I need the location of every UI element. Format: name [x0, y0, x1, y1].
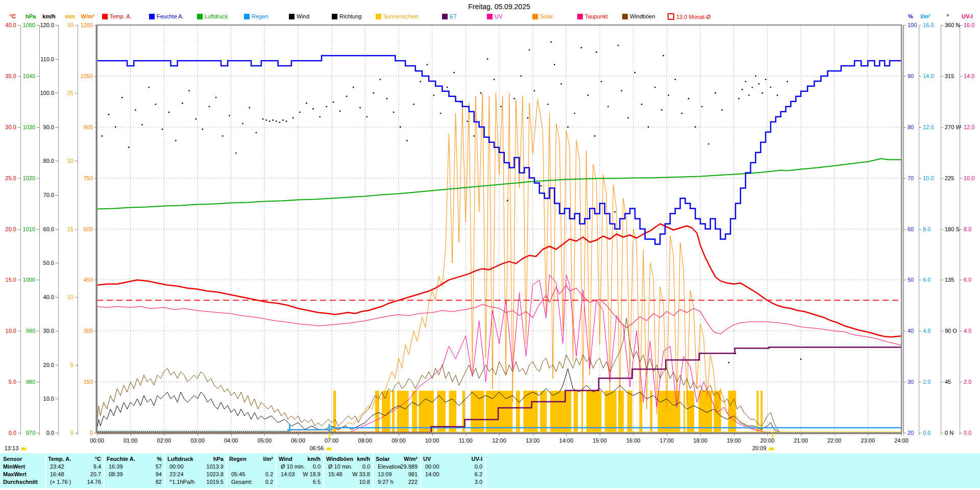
sun-time-label: 20:09 — [752, 445, 767, 451]
table-row-label: MinWert — [3, 463, 25, 470]
x-axis-label: 05:00 — [258, 437, 272, 444]
x-axis-tick — [801, 433, 801, 436]
table-col-unit: hPa — [167, 456, 224, 462]
x-axis-tick — [465, 433, 466, 436]
x-axis-tick — [365, 433, 365, 436]
x-axis-tick — [332, 433, 332, 436]
sun-time: 06:56 — [310, 445, 332, 451]
x-axis-label: 20:00 — [761, 437, 775, 444]
table-cell-value: 3.0 — [423, 479, 482, 485]
series-Taupunkt — [97, 285, 901, 345]
x-axis-tick — [432, 433, 433, 436]
table-cell-value: 14.76 — [48, 479, 101, 485]
table-separator — [485, 453, 486, 488]
sunrise-sunset-tick — [329, 433, 330, 438]
table-separator — [164, 453, 165, 488]
table-cell-value: 94 — [107, 471, 162, 478]
table-col-unit: l/m² — [229, 456, 273, 462]
sun-time: 13:13 — [5, 445, 27, 451]
x-axis-label: 12:00 — [492, 437, 506, 444]
table-cell-value: 222 — [376, 479, 418, 485]
x-axis-tick — [264, 433, 265, 436]
sunrise-sunset-tick — [772, 433, 773, 438]
table-separator — [104, 453, 105, 488]
table-separator — [276, 453, 277, 488]
table-cell-value: 1013.9 — [167, 463, 224, 470]
x-axis-label: 02:00 — [157, 437, 172, 444]
table-cell-value: 6.2 — [423, 471, 482, 478]
x-axis-label: 24:00 — [894, 437, 909, 444]
x-axis-label: 21:00 — [794, 437, 808, 444]
x-axis-label: 04:00 — [224, 437, 238, 444]
table-cell-value: 10.8 — [326, 479, 370, 485]
x-axis-tick — [734, 433, 734, 436]
table-cell-value: 9.4 — [48, 463, 101, 470]
x-axis-tick — [164, 433, 164, 436]
x-axis-tick — [131, 433, 131, 436]
series-Sonnenschein — [333, 390, 763, 432]
x-axis-tick — [399, 433, 399, 436]
x-axis-tick — [667, 433, 667, 436]
table-separator — [226, 453, 227, 488]
x-axis-tick — [231, 433, 232, 436]
x-axis-tick — [198, 433, 198, 436]
table-row-label: MaxWert — [3, 471, 27, 478]
sun-time: 20:09 — [752, 445, 774, 451]
sun-icon — [326, 447, 331, 450]
x-axis-label: 13:00 — [526, 437, 540, 444]
x-axis-label: 07:00 — [325, 437, 339, 444]
table-col-unit: % — [107, 456, 162, 462]
table-cell-value: -29.989 — [376, 463, 418, 470]
table-col-unit: km/h — [326, 456, 370, 462]
summary-table: SensorMinWertMaxWertDurchschnittTemp. A.… — [0, 453, 980, 488]
table-cell-value: 0.0 — [326, 463, 370, 470]
table-cell-value: 20.7 — [48, 471, 101, 478]
x-axis-label: 14:00 — [559, 437, 574, 444]
table-col-unit: W/m² — [376, 456, 418, 462]
x-axis-tick — [633, 433, 634, 436]
table-cell-value: 57 — [107, 463, 162, 470]
x-axis-label: 23:00 — [861, 437, 875, 444]
table-row-label: Durchschnitt — [3, 479, 38, 485]
x-axis-tick — [499, 433, 500, 436]
x-axis-tick — [835, 433, 835, 436]
sun-icon — [768, 447, 774, 450]
x-axis-tick — [97, 433, 97, 436]
x-axis-tick — [901, 433, 902, 436]
x-axis-tick — [566, 433, 567, 436]
table-cell-value: 1019.5 — [167, 479, 224, 485]
x-axis-label: 10:00 — [425, 437, 439, 444]
x-axis-label: 09:00 — [391, 437, 406, 444]
table-col-unit: UV-I — [423, 456, 482, 462]
x-axis-tick — [533, 433, 533, 436]
table-cell-value: 981 — [376, 471, 418, 478]
x-axis-label: 19:00 — [727, 437, 741, 444]
table-cell-value: 0.2 — [229, 479, 273, 485]
x-axis-label: 22:00 — [827, 437, 842, 444]
x-axis-label: 18:00 — [693, 437, 707, 444]
table-cell-value: 6.5 — [279, 479, 321, 485]
table-cell-value: W 18.9 — [279, 471, 321, 478]
table-cell-value: 0.0 — [423, 463, 482, 470]
sun-icon — [20, 447, 26, 450]
table-col-unit: °C — [48, 456, 101, 462]
chart-plot — [0, 0, 980, 490]
series-Richtung — [101, 41, 801, 363]
table-separator — [420, 453, 421, 488]
x-axis-label: 06:00 — [291, 437, 305, 444]
table-cell-value: 1023.8 — [167, 471, 224, 478]
table-col-unit: km/h — [279, 456, 321, 462]
x-axis-label: 00:00 — [90, 437, 104, 444]
x-axis-tick — [767, 433, 768, 436]
table-separator — [323, 453, 324, 488]
table-separator — [45, 453, 46, 488]
x-axis-tick — [868, 433, 868, 436]
table-cell-value: 0.0 — [279, 463, 321, 470]
table-cell-value: W 33.8 — [326, 471, 370, 478]
x-axis-label: 16:00 — [626, 437, 641, 444]
x-axis-label: 08:00 — [358, 437, 373, 444]
x-axis-tick — [600, 433, 600, 436]
weather-day-chart-window: Freitag, 05.09.2025 Temp. A.Feuchte A.Lu… — [0, 0, 980, 490]
x-axis-label: 01:00 — [124, 437, 138, 444]
table-separator — [373, 453, 374, 488]
